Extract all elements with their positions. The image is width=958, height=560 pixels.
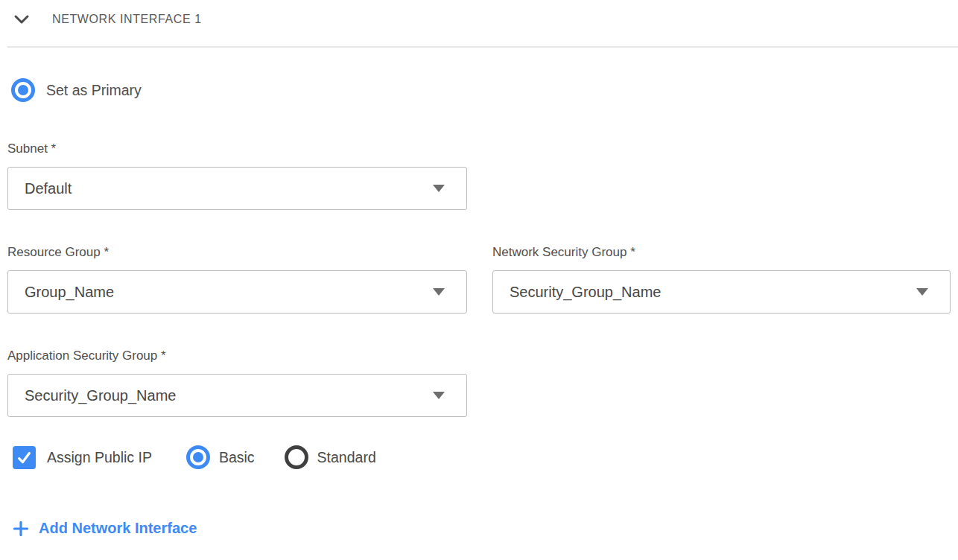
public-ip-options-row: Assign Public IP Basic Standard (13, 444, 958, 471)
resource-group-label: Resource Group * (7, 245, 467, 261)
assign-public-ip-label: Assign Public IP (47, 449, 152, 466)
plus-icon (13, 521, 28, 536)
subnet-select[interactable]: Default (7, 167, 467, 210)
add-network-interface-button[interactable]: Add Network Interface (13, 520, 197, 537)
add-network-interface-label: Add Network Interface (39, 520, 197, 537)
application-security-group-label: Application Security Group * (7, 349, 958, 364)
application-security-group-selected-value: Security_Group_Name (25, 387, 176, 404)
set-as-primary-row: Set as Primary (11, 77, 958, 103)
dropdown-caret-icon (433, 392, 445, 399)
dropdown-caret-icon (916, 288, 928, 296)
resource-group-select[interactable]: Group_Name (7, 270, 467, 314)
network-security-group-field: Network Security Group * Security_Group_… (492, 245, 951, 314)
application-security-group-field: Application Security Group * Security_Gr… (7, 349, 958, 417)
collapse-section-button[interactable] (13, 13, 30, 25)
subnet-label: Subnet * (7, 141, 958, 157)
section-divider (7, 46, 958, 48)
application-security-group-select[interactable]: Security_Group_Name (7, 374, 467, 417)
standard-radio-label: Standard (317, 449, 376, 466)
standard-radio[interactable] (285, 445, 308, 469)
network-security-group-label: Network Security Group * (492, 245, 951, 261)
assign-public-ip-checkbox[interactable] (13, 446, 36, 469)
dropdown-caret-icon (433, 288, 445, 296)
set-as-primary-radio[interactable] (11, 78, 35, 102)
subnet-field: Subnet * Default (7, 141, 958, 210)
network-security-group-select[interactable]: Security_Group_Name (492, 270, 951, 314)
network-interface-section: NETWORK INTERFACE 1 Set as Primary Subne… (0, 0, 958, 539)
section-title: NETWORK INTERFACE 1 (52, 13, 202, 26)
set-as-primary-label: Set as Primary (46, 82, 142, 99)
checkmark-icon (15, 448, 34, 467)
section-header: NETWORK INTERFACE 1 (7, 0, 958, 28)
chevron-down-icon (13, 14, 30, 25)
group-fields-row: Resource Group * Group_Name Network Secu… (7, 245, 958, 314)
subnet-selected-value: Default (25, 180, 72, 197)
network-security-group-selected-value: Security_Group_Name (510, 284, 661, 301)
basic-radio-label: Basic (219, 449, 255, 466)
resource-group-selected-value: Group_Name (25, 284, 114, 301)
dropdown-caret-icon (433, 185, 445, 192)
resource-group-field: Resource Group * Group_Name (7, 245, 467, 314)
basic-radio[interactable] (186, 445, 210, 469)
